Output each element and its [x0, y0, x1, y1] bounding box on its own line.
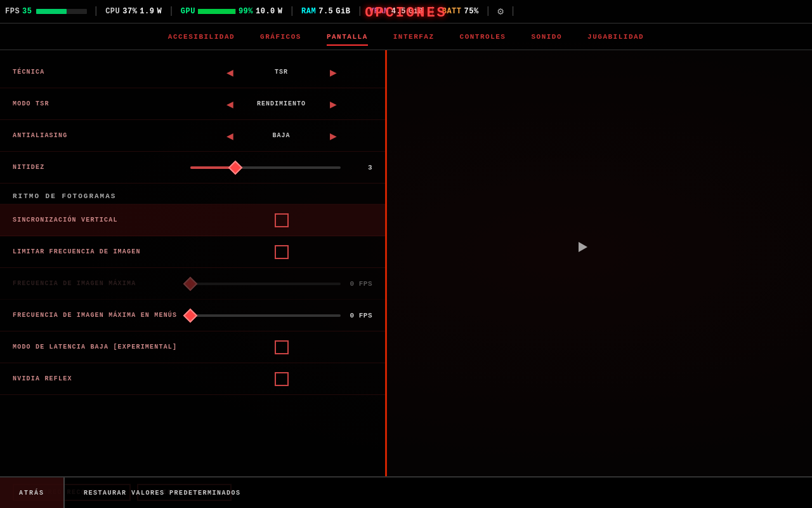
- nitidez-slider-container: 3: [190, 164, 372, 171]
- tecnica-label: TÉCNICA: [13, 69, 190, 76]
- ram-label: RAM: [301, 7, 316, 16]
- sincronizacion-control: [190, 213, 372, 227]
- frecuencia-maxima-control: 0 FPS: [190, 280, 372, 288]
- tab-pantalla[interactable]: PANTALLA: [327, 30, 368, 43]
- frecuencia-maxima-value: 0 FPS: [347, 280, 372, 288]
- nvidia-reflex-control: [190, 372, 372, 386]
- restore-button[interactable]: RESTAURAR VALORES PREDETERMINADOS: [65, 490, 260, 497]
- gpu-display: GPU 99% 10.0 W: [181, 7, 283, 16]
- cpu-watts: 1.9: [140, 7, 154, 16]
- frecuencia-menus-control: 0 FPS: [190, 312, 372, 319]
- main-content: TÉCNICA ◀ TSR ▶ MODO TSR ◀ RENDIMIENTO ▶: [0, 50, 812, 476]
- setting-row-frecuencia-menus: FRECUENCIA DE IMAGEN MÁXIMA EN MENÚS 0 F…: [0, 300, 385, 331]
- nitidez-slider-thumb[interactable]: [228, 160, 243, 175]
- nav-tabs: ACCESIBILIDAD GRÁFICOS PANTALLA INTERFAZ…: [0, 23, 812, 50]
- ram-display: RAM 7.5 GiB: [301, 7, 350, 16]
- ram-value: 7.5: [318, 7, 333, 16]
- setting-row-limitar-frecuencia: LIMITAR FRECUENCIA DE IMAGEN: [0, 236, 385, 268]
- cpu-watts-unit: W: [157, 7, 162, 16]
- modo-tsr-selector: ◀ RENDIMIENTO ▶: [190, 97, 372, 112]
- cpu-display: CPU 37% 1.9 W: [105, 7, 162, 16]
- cursor-indicator: [579, 242, 587, 252]
- fps-display: FPS 35: [5, 7, 32, 16]
- frecuencia-menus-thumb[interactable]: [183, 308, 198, 323]
- limitar-frecuencia-label: LIMITAR FRECUENCIA DE IMAGEN: [13, 248, 190, 255]
- back-button[interactable]: ATRÁS: [0, 478, 65, 508]
- limitar-frecuencia-control: [190, 245, 372, 259]
- nvidia-reflex-checkbox[interactable]: [275, 372, 289, 386]
- antialiasing-selector: ◀ BAJA ▶: [190, 128, 372, 144]
- cpu-percent: 37%: [122, 7, 137, 16]
- frecuencia-maxima-slider-track: [190, 283, 341, 285]
- fps-label: FPS: [5, 7, 20, 16]
- setting-row-modo-tsr: MODO TSR ◀ RENDIMIENTO ▶: [0, 88, 385, 120]
- setting-row-latencia-baja: MODO DE LATENCIA BAJA [EXPERIMENTAL]: [0, 331, 385, 363]
- setting-row-sincronizacion: SINCRONIZACIÓN VERTICAL: [0, 204, 385, 236]
- modo-tsr-arrow-right[interactable]: ▶: [325, 97, 342, 112]
- section-header-framerate: RITMO DE FOTOGRAMAS: [0, 184, 385, 204]
- frecuencia-menus-slider-container: 0 FPS: [190, 312, 372, 319]
- tab-controles[interactable]: CONTROLES: [460, 30, 506, 43]
- tab-accesibilidad[interactable]: ACCESIBILIDAD: [168, 30, 235, 43]
- antialiasing-value: BAJA: [244, 132, 320, 139]
- gpu-label: GPU: [181, 7, 195, 16]
- frecuencia-maxima-label: FRECUENCIA DE IMAGEN MÁXIMA: [13, 280, 190, 287]
- page-title: OPCIONES: [365, 5, 447, 21]
- frecuencia-menus-value: 0 FPS: [347, 312, 372, 319]
- limitar-frecuencia-checkbox[interactable]: [275, 245, 289, 259]
- gpu-watts: 10.0: [256, 7, 275, 16]
- gpu-bar-fill: [198, 9, 235, 14]
- footer-bar: ATRÁS RESTAURAR VALORES PREDETERMINADOS: [0, 476, 812, 508]
- settings-icon[interactable]: ⚙: [497, 5, 504, 18]
- frecuencia-maxima-thumb: [183, 276, 198, 291]
- frecuencia-menus-slider-track[interactable]: [190, 314, 341, 317]
- tecnica-arrow-right[interactable]: ▶: [325, 65, 342, 80]
- modo-tsr-value: RENDIMIENTO: [244, 100, 320, 107]
- frecuencia-menus-label: FRECUENCIA DE IMAGEN MÁXIMA EN MENÚS: [13, 312, 190, 319]
- nitidez-control: 3: [190, 164, 372, 171]
- sincronizacion-checkbox[interactable]: [275, 213, 289, 227]
- antialiasing-arrow-right[interactable]: ▶: [325, 128, 342, 144]
- tecnica-control: ◀ TSR ▶: [190, 65, 372, 80]
- fps-value: 35: [22, 7, 32, 16]
- nvidia-reflex-label: NVIDIA REFLEX: [13, 375, 190, 382]
- frecuencia-maxima-slider-container: 0 FPS: [190, 280, 372, 288]
- preview-area: [387, 50, 812, 476]
- ram-unit: GiB: [336, 7, 350, 16]
- tab-sonido[interactable]: SONIDO: [531, 30, 562, 43]
- latencia-baja-control: [190, 340, 372, 354]
- gpu-watts-unit: W: [278, 7, 283, 16]
- modo-tsr-control: ◀ RENDIMIENTO ▶: [190, 97, 372, 112]
- nitidez-label: NITIDEZ: [13, 164, 190, 171]
- batt-value: 75%: [464, 7, 479, 16]
- tab-interfaz[interactable]: INTERFAZ: [393, 30, 435, 43]
- antialiasing-control: ◀ BAJA ▶: [190, 128, 372, 144]
- latencia-baja-label: MODO DE LATENCIA BAJA [EXPERIMENTAL]: [13, 344, 190, 351]
- setting-row-antialiasing: ANTIALIASING ◀ BAJA ▶: [0, 120, 385, 152]
- tab-jugabilidad[interactable]: JUGABILIDAD: [587, 30, 644, 43]
- modo-tsr-label: MODO TSR: [13, 100, 190, 107]
- antialiasing-arrow-left[interactable]: ◀: [221, 128, 239, 144]
- sincronizacion-label: SINCRONIZACIÓN VERTICAL: [13, 217, 190, 224]
- gpu-percent: 99%: [239, 7, 253, 16]
- latencia-baja-checkbox[interactable]: [275, 340, 289, 354]
- tecnica-value: TSR: [244, 69, 320, 76]
- setting-row-nitidez: NITIDEZ 3: [0, 152, 385, 184]
- antialiasing-label: ANTIALIASING: [13, 132, 190, 139]
- gpu-bar: [198, 9, 236, 14]
- tecnica-arrow-left[interactable]: ◀: [221, 65, 239, 80]
- nitidez-slider-track[interactable]: [190, 166, 341, 169]
- setting-row-nvidia-reflex: NVIDIA REFLEX: [0, 363, 385, 395]
- batt-display: BATT 75%: [442, 7, 479, 16]
- tab-graficos[interactable]: GRÁFICOS: [260, 30, 301, 43]
- tecnica-selector: ◀ TSR ▶: [190, 65, 372, 80]
- fps-bar-fill: [36, 9, 67, 14]
- settings-panel[interactable]: TÉCNICA ◀ TSR ▶ MODO TSR ◀ RENDIMIENTO ▶: [0, 50, 387, 476]
- fps-bar: [36, 9, 87, 14]
- modo-tsr-arrow-left[interactable]: ◀: [221, 97, 239, 112]
- setting-row-tecnica: TÉCNICA ◀ TSR ▶: [0, 57, 385, 88]
- setting-row-frecuencia-maxima: FRECUENCIA DE IMAGEN MÁXIMA 0 FPS: [0, 268, 385, 300]
- cpu-label: CPU: [105, 7, 120, 16]
- nitidez-value: 3: [347, 164, 372, 171]
